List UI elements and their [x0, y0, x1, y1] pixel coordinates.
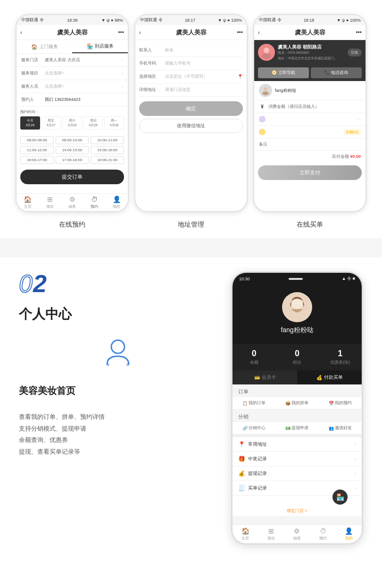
date-mon[interactable]: 周一4月30	[104, 116, 124, 130]
more-icon-3[interactable]: •••	[356, 29, 362, 36]
addr-row-detail[interactable]: 详细地址 请选门店信息	[139, 83, 243, 97]
profile-body: 订单 📋 我的订单 📦 我的拼单 📅 我的预约 分销	[233, 384, 362, 524]
confirm-btn[interactable]: 确定	[139, 101, 243, 116]
addr-input-detail[interactable]: 请选门店信息	[165, 87, 243, 93]
wechat-btn[interactable]: 使用微信地址	[139, 119, 243, 133]
my-booking[interactable]: 📅 我的预约	[319, 397, 362, 409]
float-action-btn[interactable]: 🏪	[332, 490, 348, 505]
list-row-withdraw-record[interactable]: 💰 提现记录 ›	[233, 466, 362, 481]
pbn-mine[interactable]: 👤 我的	[336, 527, 362, 541]
person-icon	[101, 337, 134, 370]
list-row-buy-record[interactable]: 🧾 买单记录 › 🏪	[233, 481, 362, 496]
nav-home-1[interactable]: 🏠 主页	[17, 196, 39, 209]
time-1: 18:36	[67, 18, 78, 23]
time-1000[interactable]: 10:00-11:00	[91, 136, 124, 144]
dist-label: 分销中心	[249, 425, 266, 431]
navi-btn[interactable]: 🧭 立即导航	[258, 67, 309, 78]
time-0900[interactable]: 09:00-10:00	[56, 136, 89, 144]
date-fri[interactable]: 周五4月27	[42, 116, 61, 130]
num-solid: 2	[33, 271, 47, 296]
nav-mine-1[interactable]: 👤 我的	[106, 196, 128, 209]
list-row-prize[interactable]: 🎁 中奖记录 ›	[233, 452, 362, 466]
nav-lottery-1[interactable]: ⚙ 抽奖	[61, 196, 83, 209]
time-1500[interactable]: 15:00-16:00	[91, 146, 124, 154]
pbn-project[interactable]: ⊞ 项目	[258, 527, 284, 541]
phone-payment: 中国联通 令 18:18 ▼ ψ ● 100% ‹ 虞美人美容 ••• 虞美人美…	[253, 14, 366, 212]
coin-icon	[259, 129, 266, 135]
invite-friends[interactable]: 👥 邀请好友	[319, 422, 362, 434]
time-0800[interactable]: 08:00-09:00	[20, 136, 54, 144]
addr-label-region: 选择地区	[139, 74, 165, 80]
pbn-booking[interactable]: ⏱ 预约	[310, 527, 336, 541]
nav-project-1[interactable]: ⊞ 项目	[39, 196, 61, 209]
time-1600[interactable]: 16:00-17:00	[20, 156, 54, 164]
note-row[interactable]: 备注	[254, 138, 365, 150]
date-today[interactable]: 今天4月26	[20, 116, 40, 130]
tab-payment[interactable]: 💰 付款买单	[297, 370, 362, 384]
payment-amount-row[interactable]: ¥ 消费金额（请问店员输入）	[254, 100, 365, 113]
time-1400[interactable]: 14:00-15:00	[56, 146, 89, 154]
nav-booking-1[interactable]: ⏱ 预约	[83, 196, 106, 209]
dist-center[interactable]: 🔗 分销中心	[233, 422, 275, 434]
more-icon-2[interactable]: •••	[237, 29, 243, 36]
amount-label: 消费金额（请问店员输入）	[268, 104, 361, 110]
date-sat[interactable]: 周六4月28	[62, 116, 82, 130]
tel-btn[interactable]: 📞 电话咨询	[311, 67, 362, 78]
date-row: 今天4月26 周五4月27 周六4月28 周日4月29 周一4月30	[20, 116, 124, 130]
list-row-address[interactable]: 📍 常用地址 ›	[233, 437, 362, 452]
time-1100[interactable]: 11:00-12:00	[20, 146, 54, 154]
addr-input-name[interactable]: 姓名	[165, 47, 243, 53]
time-1700[interactable]: 17:00-18:00	[56, 156, 89, 164]
status-bar-1: 中国联通 令 18:36 ▼ ψ ● 98%	[17, 15, 128, 25]
num-outline: 0	[19, 271, 31, 296]
form-row-item[interactable]: 服务项目 点击选择~ ›	[17, 67, 128, 80]
tab-home-service[interactable]: 🏠 上门服务	[17, 40, 72, 53]
time-3: 18:18	[304, 18, 315, 23]
location-icon: 📍	[237, 74, 243, 79]
value-booker: 我们 13623564423	[45, 97, 123, 103]
switch-store-btn[interactable]: 切换	[348, 49, 362, 57]
form-row-staff[interactable]: 服务人员 点击选择~ ›	[17, 80, 128, 93]
addr-row-phone[interactable]: 手机号码 请输入手机号	[139, 57, 243, 70]
user-name-small: fang粉粉哒	[275, 88, 296, 94]
addr-input-phone[interactable]: 请输入手机号	[165, 60, 243, 66]
store-tel: 电话：0576-8000000	[278, 50, 345, 55]
addr-input-region[interactable]: 点击定位（不可填写）	[165, 74, 237, 80]
tab-store-service[interactable]: 🏪 到店服务	[72, 40, 128, 53]
payment-coin-row[interactable]: 余额¥元	[254, 125, 365, 138]
tab-store-label: 到店服务	[95, 43, 114, 49]
form-row-store[interactable]: 服务门店 虞美人美容 大庆店 ›	[17, 54, 128, 67]
my-group[interactable]: 📦 我的拼单	[275, 397, 318, 409]
address-arrow: ›	[355, 442, 356, 447]
stat-points: 0 积分	[275, 349, 318, 366]
more-icon-1[interactable]: •••	[118, 29, 124, 36]
phone3-label: 在线买单	[297, 220, 323, 229]
project-nav-icon: ⊞	[47, 196, 53, 203]
pbn-mine-icon: 👤	[345, 527, 353, 535]
pay-btn[interactable]: 立即支付	[258, 165, 362, 180]
tab-member-card[interactable]: 💳 会员卡	[233, 370, 297, 384]
back-icon-2[interactable]: ‹	[139, 29, 141, 36]
addr-label-detail: 详细地址	[139, 87, 165, 93]
submit-btn[interactable]: 提交订单	[20, 170, 124, 184]
booking-form: 服务门店 虞美人美容 大庆店 › 服务项目 点击选择~ › 服务人员 点击选择~…	[17, 54, 128, 193]
pbn-home[interactable]: 🏠 主页	[233, 527, 258, 541]
carrier-3: 中国联通 令	[259, 17, 282, 23]
phone-booking: 中国联通 令 18:36 ▼ ψ ● 98% ‹ 虞美人美容 ••• 🏠 上门服…	[16, 14, 129, 212]
store-addr: 地址：中国北京市北京市东城区提园门...	[278, 56, 345, 61]
addr-row-name[interactable]: 联系人 姓名	[139, 44, 243, 57]
withdrawal[interactable]: 💵 提现申请	[275, 422, 318, 434]
back-icon-1[interactable]: ‹	[20, 29, 22, 36]
payment-balance-row[interactable]	[254, 113, 365, 125]
pbn-lottery[interactable]: ⚙ 抽奖	[284, 527, 310, 541]
back-icon-3[interactable]: ‹	[258, 29, 260, 36]
my-orders[interactable]: 📋 我的订单	[233, 397, 275, 409]
arrow-item: ›	[122, 71, 123, 76]
date-sun[interactable]: 周日4月29	[83, 116, 103, 130]
carrier-1: 中国联通 令	[21, 17, 44, 23]
time-1800[interactable]: 18:00-21:00	[91, 156, 124, 164]
addr-row-region[interactable]: 选择地区 点击定位（不可填写） 📍	[139, 70, 243, 83]
arrow-staff: ›	[122, 84, 123, 89]
form-row-booker: 预约人 我们 13623564423	[17, 93, 128, 106]
nav-bar-2: ‹ 虞美人美容 •••	[135, 25, 247, 40]
